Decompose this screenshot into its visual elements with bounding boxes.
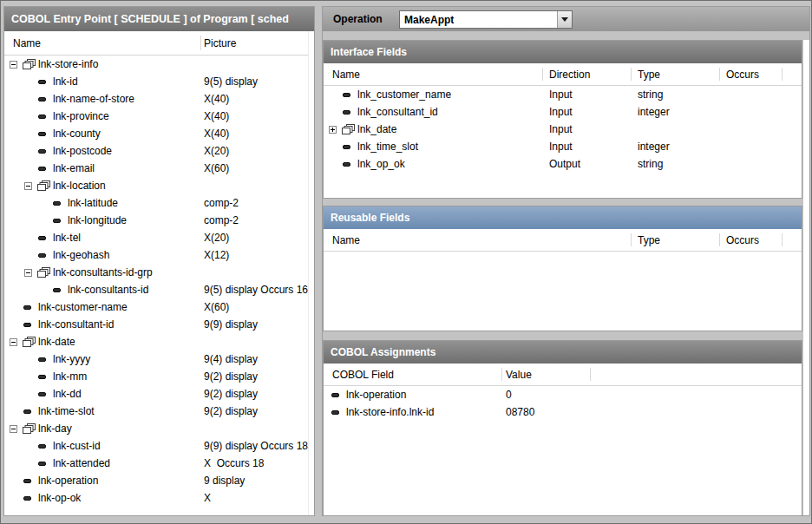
tree-row[interactable]: lnk-op-okX	[4, 489, 314, 507]
tree-row[interactable]: lnk-latitudecomp-2	[4, 194, 314, 212]
tree-row[interactable]: lnk-id9(5) display	[4, 73, 314, 90]
indent-spacer	[24, 99, 37, 100]
field-name: lnk-day	[38, 422, 72, 435]
column-header-type[interactable]: Type	[638, 69, 660, 81]
reusable-fields-section: Reusable Fields Name Type Occurs	[323, 206, 802, 331]
column-header-picture[interactable]: Picture	[204, 37, 236, 49]
tree-row[interactable]: lnk-customer-nameX(60)	[4, 298, 314, 316]
scrollbar-track[interactable]	[803, 40, 809, 515]
operation-selected-value: MakeAppt	[400, 14, 557, 26]
indent	[4, 290, 39, 291]
group-icon	[23, 423, 38, 434]
field-name: lnk-consultant-id	[38, 318, 114, 331]
tree-row[interactable]: lnk-store-info	[4, 56, 314, 73]
indent	[324, 395, 331, 396]
interface-field-row[interactable]: lnk_op_okOutputstring	[324, 155, 802, 173]
collapse-icon[interactable]	[10, 61, 17, 69]
column-header-type[interactable]: Type	[638, 234, 660, 246]
column-header-name[interactable]: Name	[13, 37, 41, 49]
scrollbar-track[interactable]	[308, 31, 314, 515]
collapse-icon[interactable]	[24, 182, 32, 190]
interface-field-row[interactable]: lnk_customer_nameInputstring	[324, 86, 802, 103]
field-icon	[37, 253, 53, 258]
tree-row[interactable]: lnk-cust-id9(9) display Occurs 18	[4, 437, 314, 455]
indent-spacer	[24, 168, 37, 169]
column-header-name[interactable]: Name	[332, 234, 360, 246]
field-name: lnk-email	[53, 162, 95, 174]
collapse-icon[interactable]	[10, 425, 17, 433]
field-icon	[23, 479, 38, 483]
tree-row[interactable]: lnk-consultants-id9(5) display Occurs 16	[4, 281, 314, 298]
tree-row[interactable]: lnk-provinceX(40)	[4, 108, 314, 125]
tree-row[interactable]: lnk-consultant-id9(9) display	[4, 316, 314, 333]
field-icon	[37, 80, 53, 84]
tree-row[interactable]: lnk-emailX(60)	[4, 160, 314, 177]
group-icon	[23, 337, 38, 347]
interface-columns-header: Name Direction Type Occurs	[324, 63, 802, 86]
collapse-icon[interactable]	[24, 269, 32, 277]
interface-field-row[interactable]: lnk_dateInput	[324, 121, 802, 138]
tree-row[interactable]: lnk-longitudecomp-2	[4, 212, 314, 229]
tree-row[interactable]: lnk-time-slot9(2) display	[4, 403, 314, 420]
expand-icon[interactable]	[329, 126, 337, 134]
tree-row[interactable]: lnk-day	[4, 420, 314, 437]
indent-spacer	[24, 116, 37, 117]
field-icon	[342, 93, 357, 97]
column-divider	[590, 368, 591, 381]
tree-row[interactable]: lnk-geohashX(12)	[4, 246, 314, 264]
column-header-name[interactable]: Name	[332, 69, 360, 81]
tree-row[interactable]: lnk-location	[4, 177, 314, 194]
combo-dropdown-button[interactable]	[557, 11, 572, 28]
tree-row[interactable]: lnk-telX(20)	[4, 229, 314, 246]
indent-spacer	[24, 446, 37, 447]
field-name: lnk-name-of-store	[53, 93, 134, 105]
operation-detail-panel: Operation MakeAppt Interface Fields Name…	[322, 6, 810, 516]
field-name: lnk-cust-id	[53, 440, 101, 452]
tree-row[interactable]: lnk-name-of-storeX(40)	[4, 90, 314, 108]
column-divider	[542, 68, 543, 81]
collapse-icon[interactable]	[10, 338, 17, 346]
field-type: integer	[638, 141, 670, 153]
field-direction: Input	[549, 123, 573, 135]
operation-combobox[interactable]: MakeAppt	[399, 10, 573, 29]
tree-row[interactable]: lnk-mm9(2) display	[4, 368, 314, 385]
field-type: string	[638, 88, 663, 101]
indent-spacer	[329, 112, 342, 113]
cobol-assignments-header: COBOL Assignments	[324, 341, 802, 364]
group-icon	[23, 59, 38, 69]
assignment-row[interactable]: lnk-store-info.lnk-id08780	[324, 403, 802, 421]
field-name: lnk-location	[53, 180, 106, 192]
field-picture: comp-2	[204, 197, 239, 209]
tree-row[interactable]: lnk-countyX(40)	[4, 125, 314, 142]
field-name: lnk-customer-name	[38, 301, 128, 313]
column-header-direction[interactable]: Direction	[549, 69, 590, 81]
column-divider	[782, 233, 783, 246]
tree-row[interactable]: lnk-dd9(2) display	[4, 385, 314, 403]
field-picture: X(40)	[204, 128, 229, 140]
tree-row[interactable]: lnk-postcodeX(20)	[4, 142, 314, 160]
field-direction: Input	[549, 106, 573, 118]
tree-row[interactable]: lnk-consultants-id-grp	[4, 264, 314, 281]
field-picture: 9 display	[204, 475, 245, 487]
field-name: lnk-dd	[53, 388, 82, 400]
interface-field-row[interactable]: lnk_time_slotInputinteger	[324, 138, 802, 155]
field-picture: 9(2) display	[204, 388, 258, 400]
column-header-value[interactable]: Value	[506, 369, 532, 381]
tree-row[interactable]: lnk-attendedX Occurs 18	[4, 455, 314, 472]
tree-row[interactable]: lnk-date	[4, 333, 314, 350]
field-name: lnk-op-ok	[38, 492, 81, 504]
field-icon	[52, 219, 68, 223]
assignment-row[interactable]: lnk-operation0	[324, 386, 802, 403]
interface-fields-header: Interface Fields	[324, 41, 802, 63]
column-header-occurs[interactable]: Occurs	[726, 234, 759, 246]
indent-spacer	[329, 164, 342, 165]
column-header-occurs[interactable]: Occurs	[726, 69, 759, 81]
field-icon	[52, 201, 68, 206]
tree-row[interactable]: lnk-operation9 display	[4, 472, 314, 489]
interface-field-row[interactable]: lnk_consultant_idInputinteger	[324, 103, 802, 121]
interface-fields-section: Interface Fields Name Direction Type Occ…	[323, 40, 802, 199]
tree-row[interactable]: lnk-yyyy9(4) display	[4, 350, 314, 368]
column-header-cobol-field[interactable]: COBOL Field	[332, 369, 394, 381]
field-name: lnk_consultant_id	[357, 106, 438, 118]
left-columns-header: Name Picture	[4, 31, 314, 56]
